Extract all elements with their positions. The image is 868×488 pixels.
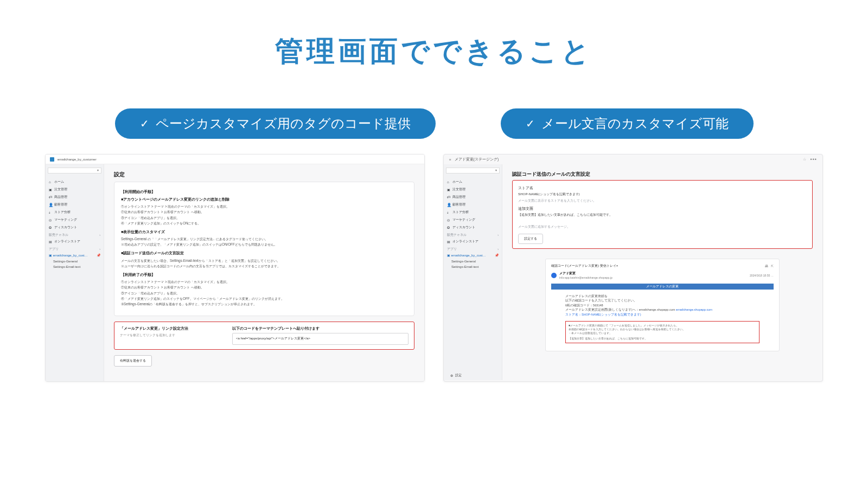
more-icon[interactable]: ••• [810,157,817,162]
sidebar-customers[interactable]: 👤顧客管理 [48,201,101,208]
store-selector[interactable] [446,168,500,174]
orders-icon: ▣ [49,188,52,191]
check-icon: ✓ [526,117,535,130]
feature-pill-right-label: メール文言のカスタマイズ可能 [541,115,729,132]
store-icon: ▤ [49,240,52,243]
store-icon: ▤ [447,240,450,243]
discounts-icon: ✪ [447,226,450,229]
email-date: 2024/3/18 18:55 … [750,274,774,277]
app-icon [50,157,54,162]
sidebar-online-store[interactable]: ▤オンラインストア [48,237,101,245]
extra-text-label: 追加文面 [518,207,807,211]
sidebar-app-link[interactable]: ▣ emailchange_by_cust…📌 [446,252,500,259]
sidebar-customers[interactable]: 👤顧客管理 [446,201,500,208]
pin-icon[interactable]: ☆ [803,157,806,162]
check-icon: ✓ [140,117,149,130]
step: ③アイコン「埋め込みアプリ」を選択。 [121,215,407,221]
email-body-line: メールアドレス変更設定画面(新しくなります)へ：emailchange.shop… [565,307,760,312]
section-link-heading: ■アカウントページのメールアドレス変更のリンクの追加と削除 [121,197,407,203]
email-title-bar: メールアドレスの変更 [551,284,774,290]
section-end-title: 【利用終了の手順】 [121,272,407,278]
sidebar-settings-email-text[interactable]: Settings-Email-text [48,264,101,269]
step: ①オンラインストア > テーマ > 現在のテーマの「カスタマイズ」を選択。 [121,279,407,285]
sender-address: info-app.kaishin@emailchange.shopapp.jp [559,276,612,279]
sidebar-marketing[interactable]: ◎マーケティング [446,216,500,223]
extra-text-input[interactable]: 【追加文面】追加したい文章があれば、こちらに追加可能です。 [518,211,807,219]
feature-pill-right: ✓ メール文言のカスタマイズ可能 [501,108,754,139]
email-body-line: 以下の確認コードを入力して完了してください。 [565,298,760,303]
gear-icon: ⚙ [450,374,453,377]
step: ②従来のお客様アカウント > お客様アカウント へ移動。 [121,209,407,215]
email-preview: 確認コード(メールアドレス変更) 受信トレイ× 🖶 ⇱ メアド変更 info-a… [545,259,780,351]
sidebar-products[interactable]: 🏷商品管理 [446,193,500,201]
customers-icon: 👤 [447,203,450,206]
page-title: 管理画面でできること [0,33,868,70]
customers-icon: 👤 [49,203,52,206]
step: ②従来のお客様アカウント > お客様アカウント へ移動。 [121,285,407,290]
store-name-label: ストア名 [518,186,807,191]
extra-text-hint: メール文面に追加するメッセージ。 [518,224,807,232]
sidebar-online-store[interactable]: ▤オンラインストア [446,237,500,245]
pin-icon: 📌 [97,253,100,257]
sidebar: ⌂ホーム ▣注文管理 🏷商品管理 👤顧客管理 ⫰ストア分析 ◎マーケティング ✪… [46,164,104,381]
sidebar-settings-email-text[interactable]: Settings-Email-text [446,264,500,269]
settings-card: 【利用開始の手順】 ■アカウントページのメールアドレス変更のリンクの追加と削除 … [114,182,414,316]
chevron-right-icon: › [99,233,100,237]
sidebar-app-link[interactable]: ▣ emailchange_by_cust…📌 [48,252,101,259]
chevron-right-icon: › [497,247,499,251]
marketing-icon: ◎ [447,218,450,221]
home-icon: ⌂ [49,180,52,183]
section-position-heading: ■表示位置のカスタマイズ [121,229,407,235]
tag-code-input[interactable]: <a href="/apps/proxy/ap/">メールアドレス変更</a> [232,333,409,345]
paragraph: ※ユーザー向けに送られる認証コードのメール内の文言を当アプリでは、カスタマイズす… [121,264,407,269]
section-start-title: 【利用開始の手順】 [121,189,407,195]
sidebar-analytics[interactable]: ⫰ストア分析 [48,208,101,216]
step: ⑤Settings-Generalの「有料版を退会する」を押すと、サブスクリプシ… [121,301,407,307]
sidebar-orders[interactable]: ▣注文管理 [446,185,500,193]
step: ③アイコン「埋め込みアプリ」を選択。 [121,291,407,296]
sidebar-settings-general[interactable]: Settings-General [48,259,101,264]
home-icon: ⌂ [447,180,450,183]
tag-code-callout: 「メールアドレス変更」リンク設定方法 テーマを修正してリンクを追加します 以下の… [114,322,414,350]
cancel-subscription-button[interactable]: 有料版を退会する [114,355,152,367]
section-mailtext-heading: ■認証コード送信のメールの文言設定 [121,251,407,256]
email-store-line: ストア名：SHOP-NAME(ショップ名を記載できます) [565,312,760,317]
sidebar-orders[interactable]: ▣注文管理 [48,185,101,193]
sidebar: ⌂ホーム ▣注文管理 🏷商品管理 👤顧客管理 ⫰ストア分析 ◎マーケティング ✪… [444,164,502,380]
paragraph: メールの文言を変更したい場合、Settings-Email-textから「ストア… [121,258,407,264]
analytics-icon: ⫰ [447,210,450,214]
products-icon: 🏷 [447,195,450,198]
sidebar-marketing[interactable]: ◎マーケティング [48,216,101,223]
products-icon: 🏷 [49,195,52,198]
email-red-note: ■メールアドレス変更の画面にて「フォームを送信しました」メッセージが表示されたら… [565,321,760,343]
sidebar-products[interactable]: 🏷商品管理 [48,193,101,201]
sidebar-settings-general[interactable]: Settings-General [446,259,500,264]
sender-avatar [551,273,557,278]
email-text-form: ストア名 SHOP-NAME(ショップ名を記載できます) メール文面に表示するス… [512,180,813,249]
paragraph: Settings-General の『「メールアドレス変更」リンク設定方法』にあ… [121,236,407,242]
tag-code-label: 以下のコードをテーマテンプレートへ貼り付けます [232,326,409,331]
store-name-input[interactable]: SHOP-NAME(ショップ名を記載できます) [518,191,807,198]
feature-pill-left: ✓ ページカスタマイズ用のタグのコード提供 [115,108,436,139]
step: ①オンラインストア > テーマ > 現在のテーマの「カスタマイズ」を選択。 [121,204,407,209]
sidebar-home[interactable]: ⌂ホーム [446,178,500,185]
sidebar-settings[interactable]: ⚙設定 [448,369,464,378]
right-screenshot: ≡ メアド変更(ステージング) ☆ ••• ⌂ホーム ▣注文管理 🏷商品管理 👤… [443,154,823,382]
sidebar-discounts[interactable]: ✪ディスカウント [48,223,101,231]
marketing-icon: ◎ [49,218,52,221]
email-subject: 確認コード(メールアドレス変更) 受信トレイ× [551,264,618,268]
submit-button[interactable]: 設定する [518,234,543,244]
paragraph: ※埋め込みアプリの設定で、「メアド変更リンク追加」のスイッチはON/OFFどちら… [121,242,407,247]
tag-method-sub: テーマを修正してリンクを追加します [120,333,218,338]
tag-method-label: 「メールアドレス変更」リンク設定方法 [120,326,218,331]
email-body-line: メールアドレスの変更依頼を [565,294,760,298]
sidebar-analytics[interactable]: ⫰ストア分析 [446,208,500,216]
breadcrumb: メアド変更(ステージング) [455,157,499,162]
sidebar-home[interactable]: ⌂ホーム [48,178,101,185]
chevron-right-icon: › [99,247,100,251]
sender-name: メアド変更 [559,271,612,276]
settings-heading: 設定 [114,171,414,178]
sidebar-discounts[interactable]: ✪ディスカウント [446,223,500,231]
back-icon[interactable]: ≡ [449,158,451,162]
store-selector[interactable] [48,168,101,174]
